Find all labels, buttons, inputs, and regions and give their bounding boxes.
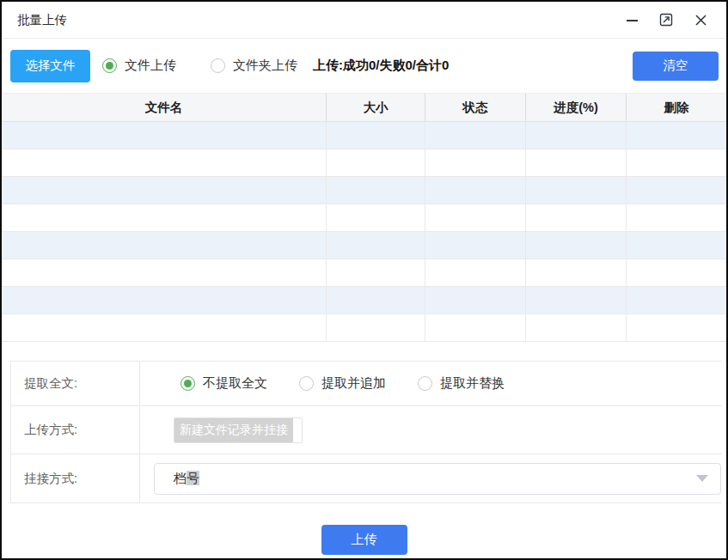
radio-circle-file-upload — [102, 58, 117, 73]
radio-extract-replace[interactable]: 提取并替换 — [418, 375, 505, 392]
radio-circle-extract-replace — [418, 376, 432, 391]
form-row-upload-method: 上传方式: 新建文件记录并挂接 — [11, 406, 721, 454]
radio-folder-upload[interactable]: 文件夹上传 — [211, 58, 297, 74]
table-cell — [2, 259, 327, 286]
table-body — [2, 122, 726, 342]
radio-label: 不提取全文 — [203, 375, 267, 392]
upload-method-dropdown-area — [293, 418, 302, 442]
table-cell — [327, 259, 425, 286]
form-row-link-method: 挂接方式: 档号 — [11, 454, 721, 503]
upload-method-value: 新建文件记录并挂接 — [174, 418, 293, 442]
maximize-restore-icon — [659, 13, 673, 27]
upload-mode-radio-group: 文件上传文件夹上传 — [102, 58, 297, 74]
table-row — [2, 149, 726, 177]
radio-circle-extract-append — [299, 376, 314, 391]
radio-label: 文件上传 — [125, 58, 176, 74]
table-cell — [327, 149, 425, 176]
table-row — [2, 259, 726, 287]
table-cell — [627, 149, 726, 176]
radio-circle-no-extract — [180, 376, 195, 391]
table-cell — [2, 287, 327, 313]
window-title: 批量上传 — [17, 12, 67, 28]
upload-button[interactable]: 上传 — [321, 525, 407, 555]
table-row — [2, 204, 726, 232]
link-method-value: 档号 — [174, 471, 199, 487]
table-cell — [327, 204, 425, 231]
table-cell — [627, 259, 726, 286]
table-cell — [627, 122, 726, 149]
clear-button[interactable]: 清空 — [633, 52, 719, 81]
settings-form: 提取全文: 不提取全文提取并追加提取并替换 上传方式: 新建文件记录并挂接 挂接… — [10, 361, 721, 503]
window-controls — [621, 9, 711, 30]
column-header-delete: 删除 — [627, 94, 726, 121]
table-cell — [526, 259, 627, 286]
table-header-row: 文件名 大小 状态 进度(%) 删除 — [2, 93, 726, 122]
table-cell — [425, 259, 526, 286]
table-row — [2, 122, 726, 149]
minimize-button[interactable] — [621, 9, 642, 30]
table-cell — [425, 287, 526, 313]
table-cell — [627, 232, 726, 259]
chevron-down-icon — [696, 475, 708, 482]
radio-label: 提取并替换 — [440, 375, 505, 392]
upload-method-select[interactable]: 新建文件记录并挂接 — [174, 417, 303, 443]
table-cell — [2, 149, 327, 176]
table-cell — [526, 122, 627, 149]
radio-label: 提取并追加 — [321, 375, 386, 392]
extract-radio-group: 不提取全文提取并追加提取并替换 — [140, 375, 721, 392]
table-row — [2, 232, 726, 259]
table-cell — [425, 177, 526, 204]
table-cell — [526, 287, 627, 313]
table-cell — [425, 204, 526, 231]
table-cell — [526, 177, 627, 204]
toolbar: 选择文件 文件上传文件夹上传 上传:成功0/失败0/合计0 清空 — [2, 39, 726, 93]
radio-no-extract[interactable]: 不提取全文 — [180, 375, 267, 392]
titlebar: 批量上传 — [2, 2, 726, 39]
footer: 上传 — [2, 503, 726, 558]
close-button[interactable] — [690, 9, 711, 30]
radio-file-upload[interactable]: 文件上传 — [102, 58, 176, 74]
upload-method-content: 新建文件记录并挂接 — [140, 417, 721, 443]
table-row — [2, 177, 726, 204]
radio-circle-folder-upload — [211, 58, 225, 73]
radio-extract-append[interactable]: 提取并追加 — [299, 375, 386, 392]
table-cell — [327, 232, 425, 259]
table-cell — [526, 149, 627, 176]
table-row — [2, 287, 726, 314]
select-file-button[interactable]: 选择文件 — [10, 50, 90, 82]
upload-method-label: 上传方式: — [11, 406, 140, 453]
column-header-progress: 进度(%) — [526, 94, 627, 121]
minimize-icon — [626, 14, 639, 27]
table-cell — [327, 177, 425, 204]
column-header-status: 状态 — [425, 94, 526, 121]
link-method-select[interactable]: 档号 — [154, 463, 721, 495]
table-cell — [627, 204, 726, 231]
link-method-label: 挂接方式: — [11, 454, 140, 502]
table-cell — [2, 122, 327, 149]
table-cell — [425, 149, 526, 176]
link-method-value-normal: 档 — [174, 471, 187, 485]
upload-stats: 上传:成功0/失败0/合计0 — [313, 58, 449, 74]
file-table: 文件名 大小 状态 进度(%) 删除 — [2, 93, 726, 342]
table-cell — [526, 204, 627, 231]
link-method-content: 档号 — [140, 463, 721, 495]
column-header-filename: 文件名 — [2, 94, 327, 121]
table-cell — [425, 314, 526, 341]
table-cell — [425, 232, 526, 259]
form-row-extract-fulltext: 提取全文: 不提取全文提取并追加提取并替换 — [11, 362, 721, 406]
table-cell — [425, 122, 526, 149]
table-cell — [327, 122, 425, 149]
table-cell — [327, 314, 425, 341]
table-cell — [2, 204, 327, 231]
column-header-size: 大小 — [327, 94, 425, 121]
table-cell — [2, 177, 327, 204]
table-cell — [526, 232, 627, 259]
maximize-button[interactable] — [656, 9, 676, 30]
table-cell — [526, 314, 627, 341]
extract-fulltext-label: 提取全文: — [11, 362, 140, 405]
table-cell — [2, 314, 327, 341]
table-row — [2, 314, 726, 342]
close-icon — [694, 14, 707, 27]
radio-label: 文件夹上传 — [233, 58, 297, 74]
table-cell — [627, 287, 726, 313]
